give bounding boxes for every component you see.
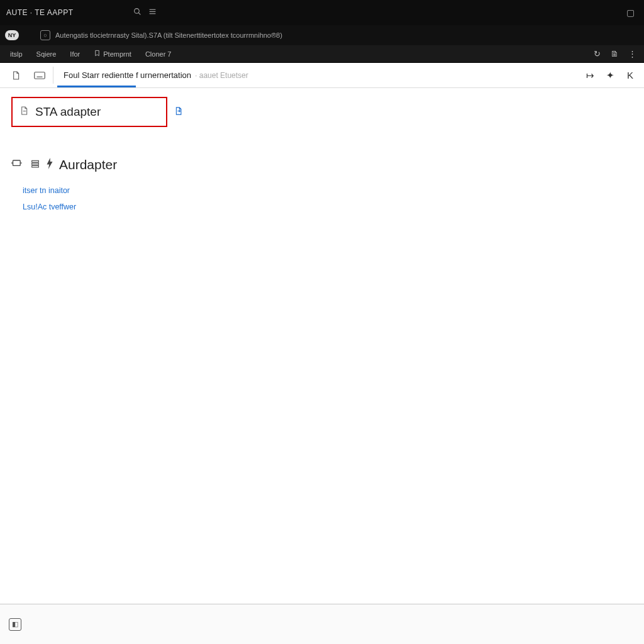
svg-rect-17 (32, 165, 39, 167)
run-icon[interactable]: ✦ (600, 63, 620, 87)
keyboard-icon[interactable] (28, 63, 52, 87)
page-heading: Aurdapter (11, 157, 633, 172)
window-state-icon[interactable]: ▢ (623, 8, 638, 18)
menu-item-ptemprnt[interactable]: Ptemprnt (87, 47, 138, 60)
svg-rect-5 (35, 72, 45, 79)
status-bar: ◧ (0, 604, 644, 644)
svg-rect-12 (13, 160, 21, 165)
app-logo: NY (5, 30, 19, 40)
app-title: AUTE · TE AAPPT (6, 8, 74, 17)
menu-item-ifor[interactable]: Ifor (64, 48, 86, 60)
svg-point-0 (135, 9, 140, 14)
page-icon[interactable] (4, 63, 28, 87)
search-go-icon[interactable] (174, 106, 183, 118)
menu-item-sqiere[interactable]: Sqiere (30, 48, 63, 60)
doc-icon[interactable]: 🗎 (606, 49, 623, 58)
nav-icon[interactable]: ○ (40, 30, 50, 40)
export-icon[interactable]: ↦ (580, 63, 600, 87)
document-icon (19, 106, 29, 119)
title-bar: AUTE · TE AAPPT ▢ (0, 0, 644, 25)
search-icon[interactable] (130, 8, 145, 18)
tab-documentation[interactable]: Foul Starr redientte f urnernertation · … (55, 63, 257, 87)
link-itser[interactable]: itser tn inaitor (11, 186, 633, 195)
heading-text: Aurdapter (59, 157, 117, 172)
device-icon (11, 158, 24, 172)
sync-icon[interactable]: ↻ (589, 49, 605, 58)
tab-sublabel: · aauet Etuetser (195, 71, 248, 80)
svg-rect-15 (32, 160, 39, 162)
hamburger-icon[interactable] (145, 8, 160, 18)
bookmark-icon (94, 50, 101, 58)
svg-rect-16 (32, 163, 39, 165)
svg-line-1 (138, 13, 140, 14)
search-value: STA adapter (35, 105, 101, 119)
address-bar: NY ○ Autengatis tlocietrnrasty Sital).S7… (0, 25, 644, 45)
tab-label: Foul Starr redientte f urnernertation (64, 70, 191, 80)
close-tab-icon[interactable]: K (620, 63, 640, 87)
tab-strip: Foul Starr redientte f urnernertation · … (0, 63, 644, 88)
search-input[interactable]: STA adapter (11, 97, 167, 127)
stack-icon (30, 158, 40, 172)
menu-bar: itslp Sqiere Ifor Ptemprnt Cloner 7 ↻ 🗎 … (0, 45, 644, 63)
status-icon[interactable]: ◧ (9, 618, 21, 631)
breadcrumb-path[interactable]: Autengatis tlocietrnrasty Sital).S7A (ti… (55, 31, 282, 39)
page-body: STA adapter Aurdapter itser tn inaitor L… (0, 88, 644, 600)
link-lsu[interactable]: Lsu!Ac tveffwer (11, 203, 633, 211)
menu-item-cloner[interactable]: Cloner 7 (139, 48, 178, 60)
bolt-icon (47, 158, 53, 172)
more-icon[interactable]: ⋮ (624, 49, 640, 58)
menu-item-help[interactable]: itslp (4, 48, 29, 60)
